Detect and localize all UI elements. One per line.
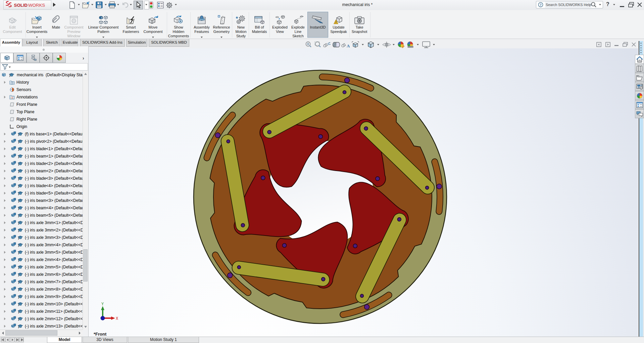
svg-text:A: A	[347, 43, 350, 48]
svg-text:SOLID: SOLID	[14, 3, 28, 8]
svg-text:A: A	[11, 96, 13, 99]
svg-text:?: ?	[540, 3, 542, 7]
svg-text:X: X	[116, 316, 118, 321]
svg-text:WORKS: WORKS	[28, 3, 45, 8]
svg-text:Y: Y	[101, 302, 104, 307]
svg-text:!: !	[336, 21, 337, 24]
